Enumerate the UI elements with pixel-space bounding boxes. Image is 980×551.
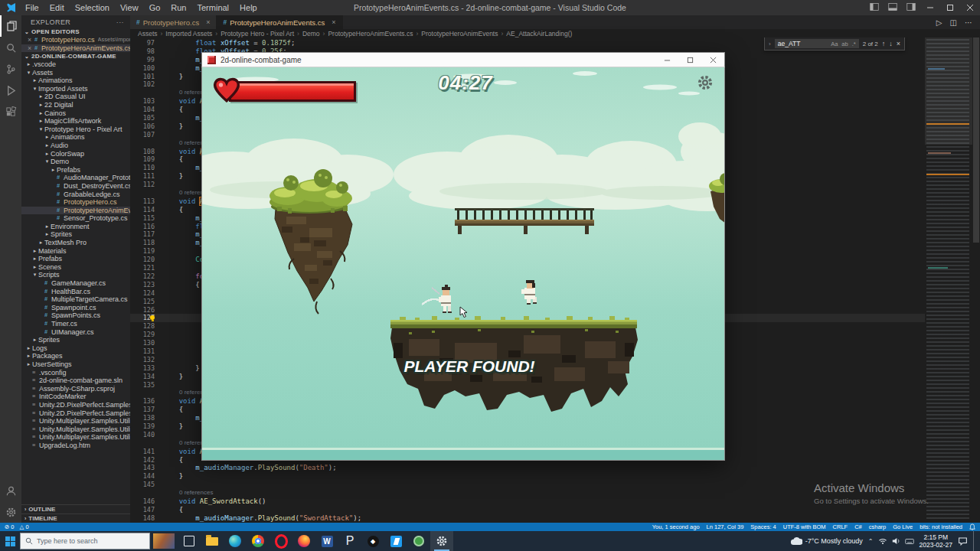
tree-item[interactable]: #GameManager.cs	[21, 279, 130, 288]
codelens-references[interactable]: 0 references	[162, 489, 213, 497]
status-csharp[interactable]: csharp	[869, 523, 887, 530]
taskbar-search-box[interactable]: Type here to search	[20, 533, 150, 549]
game-settings-gear-icon[interactable]	[697, 74, 714, 94]
menu-edit[interactable]: Edit	[44, 3, 70, 12]
tree-item[interactable]: ▾Scripts	[21, 271, 130, 279]
tree-item[interactable]: ▸Scenes	[21, 263, 130, 272]
taskbar-app-firefox[interactable]	[292, 531, 315, 551]
status-utf-8-with-bom[interactable]: UTF-8 with BOM	[783, 523, 826, 530]
maximize-button[interactable]	[940, 0, 960, 15]
tree-item[interactable]: ▸2D Casual UI	[21, 93, 130, 101]
tree-item[interactable]: ▸Materials	[21, 247, 130, 256]
menu-go[interactable]: Go	[144, 3, 166, 12]
minimize-button[interactable]	[920, 0, 940, 15]
status-ln-127-col-39[interactable]: Ln 127, Col 39	[707, 523, 744, 530]
toggle-sidebar-icon[interactable]	[870, 2, 879, 13]
split-editor-icon[interactable]: ◫	[950, 18, 957, 27]
find-collapse-icon[interactable]: ›	[769, 41, 771, 47]
close-icon[interactable]: ×	[28, 36, 34, 44]
tree-item[interactable]: ≡Unity.2D.PixelPerfect.Samples.Editor.cs…	[21, 409, 130, 418]
tree-item[interactable]: ≡UpgradeLog.htm	[21, 442, 130, 450]
menu-selection[interactable]: Selection	[70, 3, 115, 12]
close-icon[interactable]: ×	[28, 44, 34, 53]
tree-item[interactable]: ≡.vsconfig	[21, 369, 130, 377]
tab-prototypehero-cs[interactable]: #PrototypeHero.cs×	[130, 15, 217, 29]
tree-item[interactable]: #Dust_DestroyEvent.cs	[21, 182, 130, 191]
tab-prototypeheroanimevents-cs[interactable]: #PrototypeHeroAnimEvents.cs×	[217, 15, 342, 29]
find-close-icon[interactable]: ×	[897, 40, 900, 47]
menu-run[interactable]: Run	[165, 3, 191, 12]
taskbar-clock[interactable]: 2:15 PM 2023-02-27	[920, 533, 952, 549]
status-crlf[interactable]: CRLF	[833, 523, 848, 530]
tree-item[interactable]: ▸Prefabs	[21, 166, 130, 174]
tree-item[interactable]: ▸Logs	[21, 344, 130, 353]
breadcrumb-item[interactable]: AE_AttackAirLanding()	[506, 30, 572, 37]
tree-item[interactable]: #Spawnpoint.cs	[21, 304, 130, 312]
open-editor-item[interactable]: ×#PrototypeHero.csAssets\Imported Asset.…	[21, 36, 130, 44]
taskbar-app-chrome[interactable]	[247, 531, 270, 551]
tree-item[interactable]: #PrototypeHeroAnimEvents.cs	[21, 207, 130, 215]
search-icon[interactable]	[0, 37, 21, 58]
account-icon[interactable]	[0, 480, 21, 501]
tree-item[interactable]: ▾Prototype Hero - Pixel Art	[21, 126, 130, 134]
volume-icon[interactable]	[892, 537, 900, 545]
breadcrumb-item[interactable]: Assets	[138, 30, 158, 37]
menu-file[interactable]: File	[20, 3, 44, 12]
tree-item[interactable]: ▾Imported Assets	[21, 85, 130, 93]
layout-icon[interactable]	[906, 2, 916, 13]
scrollbar-thumb[interactable]	[973, 37, 979, 243]
taskbar-app-hub[interactable]	[407, 531, 430, 551]
tree-item[interactable]: ▸Audio	[21, 142, 130, 150]
tree-item[interactable]: #HealthBar.cs	[21, 288, 130, 296]
run-icon[interactable]: ▷	[936, 18, 942, 27]
more-actions-icon[interactable]: ⋯	[965, 18, 972, 27]
taskbar-app-unity[interactable]: ◆	[361, 531, 384, 551]
menu-help[interactable]: Help	[234, 3, 263, 12]
code-line[interactable]: 144 }	[130, 472, 925, 481]
code-line[interactable]: 146 void AE_SwordAttack()	[130, 497, 925, 506]
game-titlebar[interactable]: 2d-online-combat-game	[201, 52, 725, 67]
code-line[interactable]: 145	[130, 481, 925, 489]
match-case-toggle[interactable]: Aa	[831, 41, 838, 47]
tab-close-icon[interactable]: ×	[206, 18, 210, 26]
game-viewport[interactable]: 04:27 PLAYER FOUND!	[201, 67, 725, 461]
code-line[interactable]: 143 m_audioManager.PlaySound("Death");	[130, 464, 925, 472]
tree-item[interactable]: #UIManager.cs	[21, 328, 130, 337]
status-bits-not-installed[interactable]: bits: not installed	[920, 523, 962, 530]
tree-item[interactable]: ▾Assets	[21, 69, 130, 77]
editor-scrollbar[interactable]	[972, 37, 980, 523]
tree-item[interactable]: ≡Assembly-CSharp.csproj	[21, 385, 130, 393]
tree-item[interactable]: ▸UserSettings	[21, 360, 130, 369]
keyboard-icon[interactable]	[905, 538, 914, 545]
breadcrumb-item[interactable]: Demo	[302, 30, 320, 37]
taskbar-app-edge[interactable]	[224, 531, 247, 551]
extensions-icon[interactable]	[0, 101, 21, 122]
taskbar-app-word[interactable]: W	[315, 531, 338, 551]
find-input[interactable]: ae_ATT Aa ab .*	[775, 39, 859, 48]
tree-item[interactable]: ▸Animations	[21, 77, 130, 85]
source-control-icon[interactable]	[0, 58, 21, 80]
tree-item[interactable]: ▸22 Digital	[21, 101, 130, 109]
open-editor-item[interactable]: ×#PrototypeHeroAnimEvents.csAssets\Im...	[21, 44, 130, 53]
tree-item[interactable]: ▸ColorSwap	[21, 150, 130, 158]
tree-item[interactable]: ▸Packages	[21, 352, 130, 360]
error-count[interactable]: ⊘ 0	[5, 523, 15, 530]
find-next-icon[interactable]: ↓	[889, 40, 893, 47]
tree-item[interactable]: #MultipleTargetCamera.cs	[21, 295, 130, 304]
taskbar-app-opera[interactable]	[270, 531, 292, 551]
explorer-more-icon[interactable]: ···	[116, 17, 124, 28]
tree-item[interactable]: ▸Cainos	[21, 109, 130, 118]
tree-item[interactable]: ≡InitCodeMarker	[21, 393, 130, 401]
run-debug-icon[interactable]	[0, 80, 21, 101]
news-widget-thumbnail[interactable]	[153, 533, 175, 549]
game-close-button[interactable]	[701, 53, 724, 67]
toggle-panel-icon[interactable]	[888, 2, 897, 13]
settings-icon[interactable]	[0, 501, 21, 523]
tree-item[interactable]: #AudioManager_PrototypeHero.cs	[21, 174, 130, 182]
tree-item[interactable]: ▸.vscode	[21, 60, 130, 69]
tree-item[interactable]: #SpawnPoints.cs	[21, 311, 130, 320]
action-center-icon[interactable]	[958, 536, 968, 546]
code-line[interactable]: 0 references	[130, 489, 925, 497]
tree-item[interactable]: ▸Sprites	[21, 336, 130, 344]
warning-count[interactable]: △ 0	[20, 523, 29, 530]
